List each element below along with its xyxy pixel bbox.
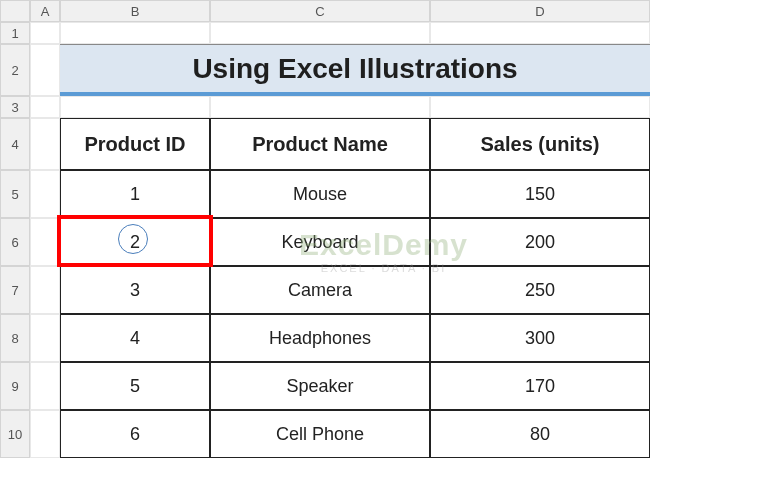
cell-a7[interactable] bbox=[30, 266, 60, 314]
cell-c5[interactable]: Mouse bbox=[210, 170, 430, 218]
select-all-corner[interactable] bbox=[0, 0, 30, 22]
cell-d1[interactable] bbox=[430, 22, 650, 44]
cell-a2[interactable] bbox=[30, 44, 60, 96]
cell-b1[interactable] bbox=[60, 22, 210, 44]
cell-b10[interactable]: 6 bbox=[60, 410, 210, 458]
cell-d8[interactable]: 300 bbox=[430, 314, 650, 362]
cell-b9[interactable]: 5 bbox=[60, 362, 210, 410]
col-header-c[interactable]: C bbox=[210, 0, 430, 22]
cell-c1[interactable] bbox=[210, 22, 430, 44]
row-header-5[interactable]: 5 bbox=[0, 170, 30, 218]
cell-c8[interactable]: Headphones bbox=[210, 314, 430, 362]
row-header-2[interactable]: 2 bbox=[0, 44, 30, 96]
cell-a8[interactable] bbox=[30, 314, 60, 362]
spreadsheet-grid: A B C D 1 2 Using Excel Illustrations 3 … bbox=[0, 0, 767, 458]
cell-a9[interactable] bbox=[30, 362, 60, 410]
cell-d6[interactable]: 200 bbox=[430, 218, 650, 266]
cell-d5[interactable]: 150 bbox=[430, 170, 650, 218]
row-header-3[interactable]: 3 bbox=[0, 96, 30, 118]
cell-b3[interactable] bbox=[60, 96, 210, 118]
cell-a6[interactable] bbox=[30, 218, 60, 266]
row-header-4[interactable]: 4 bbox=[0, 118, 30, 170]
cell-b7[interactable]: 3 bbox=[60, 266, 210, 314]
cell-a1[interactable] bbox=[30, 22, 60, 44]
row-header-8[interactable]: 8 bbox=[0, 314, 30, 362]
cell-b6[interactable]: 2 bbox=[60, 218, 210, 266]
cell-a4[interactable] bbox=[30, 118, 60, 170]
cell-d7[interactable]: 250 bbox=[430, 266, 650, 314]
cell-d9[interactable]: 170 bbox=[430, 362, 650, 410]
header-product-name[interactable]: Product Name bbox=[210, 118, 430, 170]
cell-a3[interactable] bbox=[30, 96, 60, 118]
header-sales-units[interactable]: Sales (units) bbox=[430, 118, 650, 170]
cell-c9[interactable]: Speaker bbox=[210, 362, 430, 410]
cell-d3[interactable] bbox=[430, 96, 650, 118]
row-header-9[interactable]: 9 bbox=[0, 362, 30, 410]
cell-c6[interactable]: Keyboard bbox=[210, 218, 430, 266]
cell-c10[interactable]: Cell Phone bbox=[210, 410, 430, 458]
row-header-1[interactable]: 1 bbox=[0, 22, 30, 44]
cell-c3[interactable] bbox=[210, 96, 430, 118]
cell-a10[interactable] bbox=[30, 410, 60, 458]
cell-b5[interactable]: 1 bbox=[60, 170, 210, 218]
title-band[interactable]: Using Excel Illustrations bbox=[60, 44, 650, 96]
cell-d10[interactable]: 80 bbox=[430, 410, 650, 458]
col-header-d[interactable]: D bbox=[430, 0, 650, 22]
row-header-6[interactable]: 6 bbox=[0, 218, 30, 266]
row-header-10[interactable]: 10 bbox=[0, 410, 30, 458]
cell-c7[interactable]: Camera bbox=[210, 266, 430, 314]
row-header-7[interactable]: 7 bbox=[0, 266, 30, 314]
cell-a5[interactable] bbox=[30, 170, 60, 218]
header-product-id[interactable]: Product ID bbox=[60, 118, 210, 170]
col-header-a[interactable]: A bbox=[30, 0, 60, 22]
col-header-b[interactable]: B bbox=[60, 0, 210, 22]
cell-b8[interactable]: 4 bbox=[60, 314, 210, 362]
